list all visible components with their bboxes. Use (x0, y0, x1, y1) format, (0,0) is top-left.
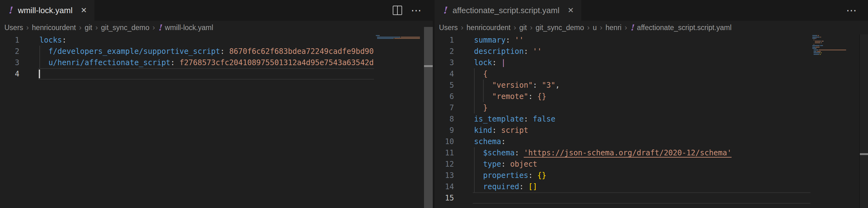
line-number: 1 (15, 34, 20, 46)
chevron-right-icon: › (600, 23, 602, 32)
line-number: 1 (450, 34, 454, 46)
minimap-line (812, 45, 859, 46)
minimap-line (812, 40, 859, 41)
minimap-line (376, 38, 424, 39)
breadcrumb-item[interactable]: henri (606, 24, 622, 32)
more-actions-icon[interactable]: ⋯ (846, 5, 857, 16)
code-line-1[interactable]: locks: (39, 34, 67, 46)
minimap-line (812, 55, 859, 56)
yaml-file-icon: ! (630, 24, 634, 32)
minimap-line (376, 35, 424, 36)
code-line-7[interactable]: } (474, 102, 488, 113)
minimap-line (812, 35, 859, 36)
tab-bar-actions-left: ⋯ (393, 0, 422, 21)
breadcrumb-item[interactable]: Users (439, 24, 458, 32)
minimap-line (812, 52, 859, 53)
line-number: 4 (15, 68, 20, 80)
chevron-right-icon: › (625, 23, 627, 32)
breadcrumb-file[interactable]: !affectionate_script.script.yaml (630, 24, 732, 32)
close-icon[interactable]: ✕ (81, 6, 87, 14)
breadcrumb-item[interactable]: henricourdent (467, 24, 510, 32)
chevron-right-icon: › (587, 23, 590, 32)
vertical-scrollbar-right[interactable] (859, 34, 868, 208)
line-number: 7 (450, 102, 454, 113)
line-number: 10 (445, 136, 454, 147)
tab-bar-right: ! affectionate_script.script.yaml ✕ ⋯ (435, 0, 868, 21)
minimap-line (812, 38, 859, 39)
text-cursor (39, 70, 40, 78)
code-line-4[interactable]: { (474, 68, 488, 80)
editor-left[interactable]: 1234 locks: f/developers_example/support… (0, 34, 433, 208)
code-line-2[interactable]: f/developers_example/supportive_script: … (39, 46, 374, 57)
line-number: 4 (450, 68, 454, 80)
breadcrumb-item[interactable]: git_sync_demo (536, 24, 584, 32)
breadcrumb-item[interactable]: git (85, 24, 92, 32)
line-number: 6 (450, 91, 454, 102)
code-line-8[interactable]: is_template: false (474, 113, 555, 125)
breadcrumb-item[interactable]: git (519, 24, 527, 32)
split-editor-icon[interactable] (393, 6, 402, 15)
line-number: 13 (445, 170, 454, 181)
chevron-right-icon: › (530, 23, 532, 32)
minimap-line (812, 54, 859, 55)
breadcrumb-file[interactable]: !wmill-lock.yaml (158, 24, 213, 32)
tab-bar-actions-right: ⋯ (846, 0, 857, 21)
line-number: 11 (445, 147, 454, 158)
editor-group-right: ! affectionate_script.script.yaml ✕ ⋯ Us… (435, 0, 868, 208)
code-line-14[interactable]: required: [] (474, 181, 537, 192)
indent-guide (474, 68, 475, 113)
breadcrumb-item[interactable]: git_sync_demo (101, 24, 150, 32)
minimap-line (812, 44, 859, 45)
minimap-right[interactable] (810, 34, 859, 208)
tab-wmill-lock-yaml[interactable]: ! wmill-lock.yaml ✕ (0, 0, 94, 21)
code-line-5[interactable]: "version": "3", (474, 80, 560, 91)
vscode-window: ! wmill-lock.yaml ✕ ⋯ Users›henricourden… (0, 0, 868, 208)
yaml-file-icon: ! (158, 24, 162, 32)
breadcrumb-left: Users›henricourdent›git›git_sync_demo›!w… (0, 21, 433, 34)
breadcrumb-item[interactable]: u (593, 24, 597, 32)
editor-group-left: ! wmill-lock.yaml ✕ ⋯ Users›henricourden… (0, 0, 433, 208)
tab-label: affectionate_script.script.yaml (453, 6, 559, 15)
editor-right[interactable]: 123456789101112131415 summary: ''descrip… (435, 34, 868, 208)
line-number: 15 (445, 192, 454, 204)
minimap-line (376, 37, 424, 37)
minimap-line (376, 40, 424, 41)
line-number: 2 (450, 46, 454, 57)
code-line-12[interactable]: type: object (474, 158, 537, 170)
code-line-11[interactable]: $schema: 'https://json-schema.org/draft/… (474, 147, 732, 158)
code-line-10[interactable]: schema: (474, 136, 506, 147)
line-number: 12 (445, 158, 454, 170)
line-number: 3 (450, 57, 454, 68)
minimap-line (812, 37, 859, 37)
code-line-9[interactable]: kind: script (474, 125, 528, 136)
close-icon[interactable]: ✕ (567, 6, 574, 14)
vertical-scrollbar-left[interactable] (424, 27, 433, 208)
minimap-line (812, 47, 859, 48)
breadcrumb-file-label: wmill-lock.yaml (165, 24, 213, 32)
line-number: 9 (450, 125, 454, 136)
indent-guide (39, 46, 40, 68)
minimap-line (812, 42, 859, 43)
line-number: 2 (15, 46, 20, 57)
code-line-2[interactable]: description: '' (474, 46, 542, 57)
code-line-1[interactable]: summary: '' (474, 34, 524, 46)
tab-affectionate-script-yaml[interactable]: ! affectionate_script.script.yaml ✕ (435, 0, 581, 21)
minimap-left[interactable] (374, 34, 424, 208)
code-line-3[interactable]: lock: | (474, 57, 506, 68)
chevron-right-icon: › (461, 23, 463, 32)
overview-ruler-cursor-marker (860, 153, 868, 155)
breadcrumb-item[interactable]: henricourdent (32, 24, 76, 32)
minimap-line (812, 48, 859, 49)
code-line-13[interactable]: properties: {} (474, 170, 546, 181)
overview-ruler-cursor-marker (424, 65, 433, 67)
code-line-6[interactable]: "remote": {} (474, 91, 546, 102)
code-line-3[interactable]: u/henri/affectionate_script: f2768573cfc… (39, 57, 374, 68)
code-area-right[interactable]: summary: ''description: ''lock: | { "ver… (474, 34, 810, 208)
chevron-right-icon: › (26, 23, 29, 32)
code-area-left[interactable]: locks: f/developers_example/supportive_s… (39, 34, 374, 208)
tab-bar-left: ! wmill-lock.yaml ✕ ⋯ (0, 0, 433, 21)
more-actions-icon[interactable]: ⋯ (411, 5, 422, 16)
breadcrumb-item[interactable]: Users (4, 24, 23, 32)
chevron-right-icon: › (153, 23, 155, 32)
indent-guide (483, 80, 484, 102)
